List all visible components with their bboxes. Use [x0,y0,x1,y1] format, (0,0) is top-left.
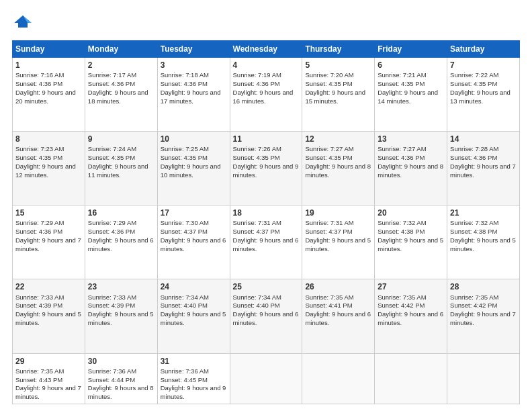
sunset-text: Sunset: 4:36 PM [233,80,280,87]
sunrise-text: Sunrise: 7:34 AM [233,293,281,301]
daylight-text: Daylight: 9 hours and 7 minutes. [15,384,81,400]
calendar-day-cell: 30Sunrise: 7:36 AMSunset: 4:44 PMDayligh… [85,353,157,404]
sunset-text: Sunset: 4:39 PM [15,302,62,309]
day-number: 20 [378,208,444,218]
daylight-text: Daylight: 9 hours and 10 minutes. [161,163,221,179]
sunset-text: Sunset: 4:35 PM [305,80,352,87]
header [12,12,520,34]
sunset-text: Sunset: 4:42 PM [378,302,425,309]
sunset-text: Sunset: 4:37 PM [305,228,352,235]
calendar-day-cell: 22Sunrise: 7:33 AMSunset: 4:39 PMDayligh… [13,279,85,353]
day-number: 21 [450,208,517,218]
daylight-text: Daylight: 9 hours and 5 minutes. [15,310,81,326]
day-number: 26 [305,281,371,292]
sunrise-text: Sunrise: 7:33 AM [88,293,136,301]
daylight-text: Daylight: 9 hours and 6 minutes. [378,310,443,326]
calendar-day-cell: 19Sunrise: 7:31 AMSunset: 4:37 PMDayligh… [302,205,375,279]
daylight-text: Daylight: 9 hours and 6 minutes. [233,236,299,253]
sunrise-text: Sunrise: 7:35 AM [450,293,498,301]
calendar-week-row: 22Sunrise: 7:33 AMSunset: 4:39 PMDayligh… [13,279,520,353]
day-number: 5 [305,60,371,71]
calendar-day-cell: 18Sunrise: 7:31 AMSunset: 4:37 PMDayligh… [230,205,302,279]
calendar-day-cell: 6Sunrise: 7:21 AMSunset: 4:35 PMDaylight… [375,58,447,132]
calendar-day-cell [230,353,302,404]
day-of-week-header: Thursday [302,41,375,58]
day-number: 4 [233,60,300,71]
calendar-day-cell: 10Sunrise: 7:25 AMSunset: 4:35 PMDayligh… [157,132,230,205]
calendar-day-cell: 20Sunrise: 7:32 AMSunset: 4:38 PMDayligh… [375,205,447,279]
sunrise-text: Sunrise: 7:17 AM [88,71,136,79]
sunrise-text: Sunrise: 7:36 AM [161,367,209,375]
daylight-text: Daylight: 9 hours and 8 minutes. [378,163,443,179]
day-number: 2 [88,60,154,71]
sunset-text: Sunset: 4:42 PM [450,302,497,309]
day-number: 11 [233,134,300,144]
day-number: 15 [15,208,82,218]
sunset-text: Sunset: 4:40 PM [161,302,208,309]
day-number: 22 [15,281,82,292]
day-number: 28 [450,281,517,292]
calendar-day-cell: 29Sunrise: 7:35 AMSunset: 4:43 PMDayligh… [13,353,85,404]
sunrise-text: Sunrise: 7:32 AM [378,219,426,226]
logo-icon [13,12,32,31]
calendar-header-row: SundayMondayTuesdayWednesdayThursdayFrid… [13,41,520,58]
sunrise-text: Sunrise: 7:30 AM [161,219,209,226]
daylight-text: Daylight: 9 hours and 7 minutes. [450,310,516,326]
sunset-text: Sunset: 4:36 PM [450,154,497,161]
daylight-text: Daylight: 9 hours and 7 minutes. [450,163,516,179]
sunset-text: Sunset: 4:41 PM [305,302,352,309]
calendar-day-cell: 17Sunrise: 7:30 AMSunset: 4:37 PMDayligh… [157,205,230,279]
sunset-text: Sunset: 4:36 PM [378,154,425,161]
sunset-text: Sunset: 4:45 PM [161,376,208,383]
daylight-text: Daylight: 9 hours and 6 minutes. [305,310,371,326]
day-number: 1 [15,60,82,71]
day-of-week-header: Saturday [447,41,520,58]
sunrise-text: Sunrise: 7:35 AM [15,367,64,375]
daylight-text: Daylight: 9 hours and 12 minutes. [15,163,76,179]
sunrise-text: Sunrise: 7:21 AM [378,71,426,79]
sunrise-text: Sunrise: 7:27 AM [378,145,426,152]
calendar-week-row: 1Sunrise: 7:16 AMSunset: 4:36 PMDaylight… [13,58,520,132]
calendar-day-cell: 13Sunrise: 7:27 AMSunset: 4:36 PMDayligh… [375,132,447,205]
daylight-text: Daylight: 9 hours and 6 minutes. [88,236,154,253]
calendar-week-row: 8Sunrise: 7:23 AMSunset: 4:35 PMDaylight… [13,132,520,205]
day-number: 12 [305,134,371,144]
sunset-text: Sunset: 4:35 PM [233,154,280,161]
calendar-day-cell [447,353,520,404]
sunset-text: Sunset: 4:35 PM [161,154,208,161]
calendar-day-cell: 27Sunrise: 7:35 AMSunset: 4:42 PMDayligh… [375,279,447,353]
day-number: 6 [378,60,444,71]
daylight-text: Daylight: 9 hours and 9 minutes. [161,384,226,400]
calendar-day-cell: 23Sunrise: 7:33 AMSunset: 4:39 PMDayligh… [85,279,157,353]
day-of-week-header: Wednesday [230,41,302,58]
sunrise-text: Sunrise: 7:27 AM [305,145,353,152]
sunrise-text: Sunrise: 7:18 AM [161,71,209,79]
daylight-text: Daylight: 9 hours and 8 minutes. [305,163,371,179]
sunrise-text: Sunrise: 7:35 AM [305,293,353,301]
day-number: 24 [161,281,227,292]
sunset-text: Sunset: 4:36 PM [15,228,62,235]
sunrise-text: Sunrise: 7:33 AM [15,293,64,301]
sunrise-text: Sunrise: 7:32 AM [450,219,498,226]
daylight-text: Daylight: 9 hours and 5 minutes. [88,310,154,326]
daylight-text: Daylight: 9 hours and 8 minutes. [88,384,154,400]
calendar-day-cell: 8Sunrise: 7:23 AMSunset: 4:35 PMDaylight… [13,132,85,205]
day-of-week-header: Friday [375,41,447,58]
sunset-text: Sunset: 4:35 PM [305,154,352,161]
calendar-day-cell: 3Sunrise: 7:18 AMSunset: 4:36 PMDaylight… [157,58,230,132]
day-number: 16 [88,208,154,218]
calendar-day-cell: 31Sunrise: 7:36 AMSunset: 4:45 PMDayligh… [157,353,230,404]
sunrise-text: Sunrise: 7:31 AM [233,219,281,226]
calendar-day-cell: 15Sunrise: 7:29 AMSunset: 4:36 PMDayligh… [13,205,85,279]
daylight-text: Daylight: 9 hours and 11 minutes. [88,163,148,179]
calendar-day-cell: 24Sunrise: 7:34 AMSunset: 4:40 PMDayligh… [157,279,230,353]
sunset-text: Sunset: 4:40 PM [233,302,280,309]
sunset-text: Sunset: 4:35 PM [15,154,62,161]
daylight-text: Daylight: 9 hours and 15 minutes. [305,89,365,105]
sunrise-text: Sunrise: 7:16 AM [15,71,64,79]
daylight-text: Daylight: 9 hours and 5 minutes. [305,236,371,253]
day-of-week-header: Monday [85,41,157,58]
sunset-text: Sunset: 4:36 PM [161,80,208,87]
sunrise-text: Sunrise: 7:24 AM [88,145,136,152]
calendar-week-row: 15Sunrise: 7:29 AMSunset: 4:36 PMDayligh… [13,205,520,279]
